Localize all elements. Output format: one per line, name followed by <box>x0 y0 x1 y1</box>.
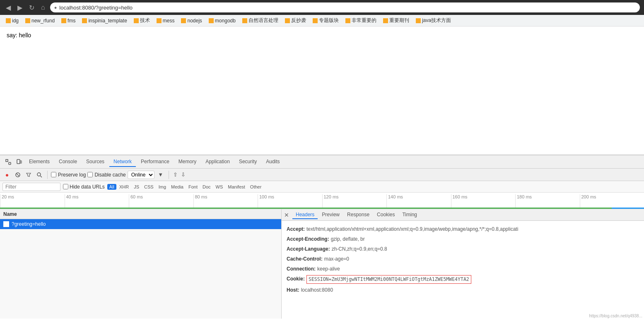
type-filter-img[interactable]: Img <box>157 184 168 190</box>
bookmark-item[interactable]: 重要期刊 <box>381 16 412 25</box>
svg-rect-0 <box>6 160 8 162</box>
hide-data-urls-checkbox[interactable] <box>63 184 68 189</box>
watermark: https://blog.csdn.net/q4938... <box>589 314 642 318</box>
inspect-icon-btn[interactable] <box>3 157 13 167</box>
disable-cache-checkbox[interactable] <box>87 172 93 177</box>
bookmark-item[interactable]: 专题版块 <box>310 16 341 25</box>
requests-list-header: Name <box>0 209 281 219</box>
url-text: localhost:8080/?greeting=hello <box>59 5 133 11</box>
devtools-tab-sources[interactable]: Sources <box>82 157 109 167</box>
bookmark-item[interactable]: mess <box>154 17 177 24</box>
reload-button[interactable]: ↻ <box>27 3 36 12</box>
request-name: ?greeting=hello <box>12 221 46 227</box>
svg-rect-2 <box>17 160 20 164</box>
timeline-tick: 160 ms <box>451 194 516 209</box>
devtools-tab-performance[interactable]: Performance <box>137 157 174 167</box>
svg-line-7 <box>41 176 42 177</box>
separator-2 <box>169 171 169 179</box>
bookmark-icon <box>61 18 66 23</box>
bookmark-icon <box>181 18 186 23</box>
type-filter-media[interactable]: Media <box>169 184 186 190</box>
bookmark-item[interactable]: 技术 <box>131 16 152 25</box>
bookmark-item[interactable]: mongodb <box>206 17 238 24</box>
panel-tab-cookies[interactable]: Cookies <box>374 211 398 219</box>
search-icon-btn[interactable] <box>35 170 44 179</box>
header-row: Accept: text/html,application/xhtml+xml,… <box>287 224 639 234</box>
devtools-tab-network[interactable]: Network <box>109 157 136 167</box>
headers-tabs: ✕ HeadersPreviewResponseCookiesTiming <box>282 209 644 221</box>
close-panel-button[interactable]: ✕ <box>284 212 289 218</box>
upload-icon[interactable]: ⇧ <box>172 172 178 178</box>
bookmark-item[interactable]: 反抄袭 <box>282 16 309 25</box>
filter-icon-btn[interactable] <box>24 170 33 179</box>
type-filter-xhr[interactable]: XHR <box>117 184 131 190</box>
devtools-tab-security[interactable]: Security <box>235 157 261 167</box>
header-name: Accept-Encoding: <box>287 235 329 243</box>
header-value: gzip, deflate, br <box>331 235 365 243</box>
type-filter-doc[interactable]: Doc <box>200 184 213 190</box>
svg-rect-1 <box>9 162 11 164</box>
bookmark-item[interactable]: nodejs <box>178 17 204 24</box>
record-button[interactable]: ● <box>2 170 12 179</box>
network-toolbar: ● Preserve log Disable cache Online ▼ ⇧ … <box>0 169 644 181</box>
timeline-tick: 200 ms <box>580 194 644 209</box>
type-filter-all[interactable]: All <box>107 184 116 190</box>
bookmark-item[interactable]: idg <box>3 17 21 24</box>
back-button[interactable]: ◀ <box>4 3 12 12</box>
devtools-tab-memory[interactable]: Memory <box>174 157 200 167</box>
home-button[interactable]: ⌂ <box>39 3 47 12</box>
network-throttle-dropdown[interactable]: ▼ <box>156 170 165 179</box>
bookmark-item[interactable]: 非常重要的 <box>343 16 379 25</box>
type-filter-css[interactable]: CSS <box>142 184 156 190</box>
devtools-tab-application[interactable]: Application <box>201 157 234 167</box>
header-row: Accept-Language: zh-CN,zh;q=0.9,en;q=0.8 <box>287 244 639 254</box>
device-icon-btn[interactable] <box>14 157 24 167</box>
request-item[interactable]: ?greeting=hello <box>0 219 281 229</box>
doc-icon <box>3 221 9 227</box>
devtools: ElementsConsoleSourcesNetworkPerformance… <box>0 155 644 319</box>
header-row: Cache-Control: max-age=0 <box>287 254 639 264</box>
panel-tab-headers[interactable]: Headers <box>292 211 318 219</box>
type-filter-ws[interactable]: WS <box>214 184 225 190</box>
panel-tab-preview[interactable]: Preview <box>318 211 343 219</box>
header-name: Accept: <box>287 225 305 233</box>
bookmark-icon <box>6 18 11 23</box>
devtools-tab-console[interactable]: Console <box>55 157 81 167</box>
type-filter-font[interactable]: Font <box>186 184 200 190</box>
preserve-log-checkbox[interactable] <box>51 172 56 177</box>
timeline-tick: 80 ms <box>193 194 258 209</box>
headers-content: Accept: text/html,application/xhtml+xml,… <box>282 221 644 319</box>
devtools-tab-audits[interactable]: Audits <box>262 157 284 167</box>
header-row: Cookie: SESSION=ZmU3MjgwNTItMWM2Mi00NTQ4… <box>287 274 639 285</box>
hide-data-urls-label[interactable]: Hide data URLs <box>63 184 105 190</box>
address-bar[interactable]: ● localhost:8080/?greeting=hello <box>50 2 640 12</box>
type-filter-manifest[interactable]: Manifest <box>226 184 247 190</box>
timeline-tick: 40 ms <box>65 194 129 209</box>
type-filter-js[interactable]: JS <box>132 184 141 190</box>
bookmark-icon <box>209 18 214 23</box>
clear-button[interactable] <box>13 170 22 179</box>
download-icon[interactable]: ⇩ <box>180 172 186 178</box>
disable-cache-label[interactable]: Disable cache <box>87 172 125 178</box>
bookmark-item[interactable]: new_rfund <box>23 17 57 24</box>
header-value: keep-alive <box>317 265 340 273</box>
panel-tab-response[interactable]: Response <box>344 211 373 219</box>
type-filter-other[interactable]: Other <box>248 184 264 190</box>
bookmark-item[interactable]: 自然语言处理 <box>240 16 281 25</box>
forward-button[interactable]: ▶ <box>16 3 24 12</box>
panel-tab-timing[interactable]: Timing <box>399 211 420 219</box>
devtools-tab-elements[interactable]: Elements <box>25 157 54 167</box>
filter-input[interactable] <box>2 183 60 191</box>
header-value: zh-CN,zh;q=0.9,en;q=0.8 <box>332 245 387 253</box>
timeline-bar: 20 ms40 ms60 ms80 ms100 ms120 ms140 ms16… <box>0 193 644 209</box>
devtools-tab-bar: ElementsConsoleSourcesNetworkPerformance… <box>0 155 644 169</box>
bookmark-item[interactable]: fms <box>59 17 78 24</box>
header-name: Connection: <box>287 265 316 273</box>
header-value: localhost:8080 <box>301 286 333 294</box>
preserve-log-label[interactable]: Preserve log <box>51 172 86 178</box>
bookmark-item[interactable]: java技术方面 <box>413 16 453 25</box>
bookmark-item[interactable]: inspinia_template <box>80 17 129 24</box>
network-throttle-select[interactable]: Online <box>128 171 154 179</box>
requests-panel: Name ?greeting=hello <box>0 209 282 319</box>
timeline-progress-bar <box>0 208 644 209</box>
